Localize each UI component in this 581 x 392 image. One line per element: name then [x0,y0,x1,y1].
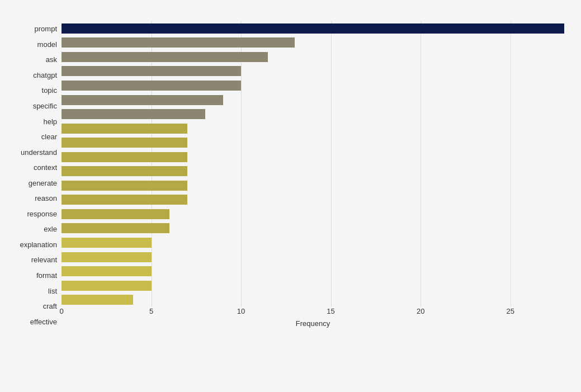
bar [62,266,152,276]
bar [62,52,268,62]
bar [62,66,241,76]
bar [62,109,205,119]
bar-row [62,64,564,79]
bar [62,37,295,48]
bar [62,166,187,176]
bar-row [62,21,564,36]
y-label: relevant [6,252,57,268]
x-tick-label: 25 [506,307,514,315]
bar-row [62,292,564,307]
chart-container: promptmodelaskchatgpttopicspecifichelpcl… [0,0,581,392]
bar-row [62,235,564,250]
y-label: exle [6,221,57,237]
y-labels: promptmodelaskchatgpttopicspecifichelpcl… [6,21,62,329]
bar-row [62,193,564,207]
plot-area: 0510152025Frequency [62,21,564,329]
y-label: reason [6,191,57,206]
bar [62,223,169,233]
bar-row [62,121,564,136]
y-label: specific [6,98,57,114]
bar-row [62,278,564,293]
y-label: clear [6,129,57,145]
bar-row [62,78,564,93]
chart-area: promptmodelaskchatgpttopicspecifichelpcl… [6,21,564,329]
y-label: chatgpt [6,68,57,83]
y-label: help [6,114,57,129]
bar [62,23,564,34]
x-axis: 0510152025Frequency [62,307,564,329]
bar [62,281,152,291]
bar-row [62,135,564,150]
y-label: generate [6,175,57,191]
bar-row [62,164,564,178]
bar [62,152,187,162]
x-tick-label: 0 [59,307,63,315]
bar [62,295,133,305]
bar-row [62,207,564,221]
bar [62,138,187,148]
y-label: list [6,283,57,299]
y-label: prompt [6,21,57,37]
bar [62,124,187,134]
x-tick-label: 20 [417,307,424,315]
x-axis-label: Frequency [62,319,564,328]
y-label: topic [6,83,57,98]
bar-row [62,264,564,278]
y-label: understand [6,144,57,160]
bar-row [62,221,564,236]
bar-row [62,107,564,121]
bar-row [62,178,564,193]
y-label: context [6,160,57,176]
x-tick-label: 15 [327,307,334,315]
bar [62,81,241,91]
bar-row [62,150,564,164]
bar-row [62,93,564,107]
bar [62,195,187,205]
bar [62,238,152,248]
y-label: craft [6,299,57,314]
bar-row [62,36,564,50]
bar [62,181,187,191]
y-label: response [6,206,57,222]
bar [62,252,152,262]
x-tick-label: 5 [149,307,153,315]
y-label: effective [6,314,57,329]
bar-row [62,250,564,265]
y-label: format [6,268,57,284]
bar [62,209,169,219]
x-tick-label: 10 [237,307,245,315]
bar [62,95,223,105]
y-label: model [6,37,57,53]
bar-row [62,50,564,64]
y-label: ask [6,52,57,68]
x-ticks-row: 0510152025 [62,307,564,318]
y-label: explanation [6,237,57,253]
